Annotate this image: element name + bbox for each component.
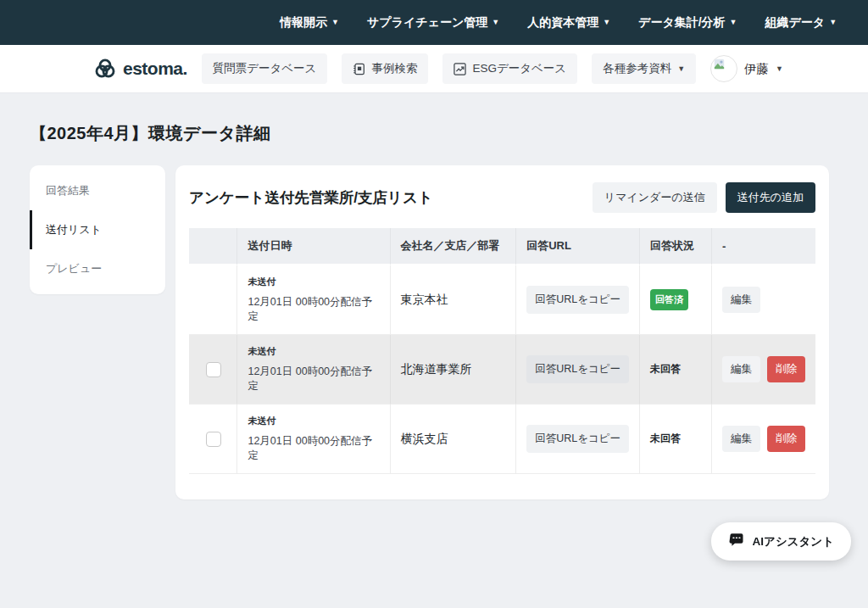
column-header: 送付日時 [237,228,390,265]
topnav-menu-item[interactable]: 人的資本管理 [527,15,610,31]
user-name: 伊藤 [744,61,769,77]
ai-assistant-label: AIアシスタント [753,534,834,549]
answered-badge: 回答済 [650,289,688,310]
panel-title: アンケート送付先営業所/支店リスト [189,187,593,208]
company-name: 横浜支店 [401,432,448,445]
delete-button[interactable]: 削除 [767,356,805,382]
send-datetime-cell: 未送付 12月01日 00時00分配信予定 [237,265,390,335]
unanswered-label: 未回答 [650,432,681,444]
row-actions-cell: 編集 削除 [712,404,815,474]
sidebar-tab-送付リスト[interactable]: 送付リスト [30,210,165,249]
topnav-menu-label: データ集計/分析 [638,15,726,31]
topnav-menu-item[interactable]: サプライチェーン管理 [367,15,499,31]
company-cell: 東京本社 [391,265,517,335]
edit-button[interactable]: 編集 [722,426,760,452]
top-navigation: 情報開示 サプライチェーン管理 人的資本管理 データ集計/分析 組織データ [0,0,868,45]
send-status-label: 未送付 [248,345,379,358]
copy-answer-url-button[interactable]: 回答URLをコピー [526,425,629,453]
company-cell: 横浜支店 [391,404,517,474]
sidebar-tab-プレビュー[interactable]: プレビュー [30,249,165,288]
unanswered-label: 未回答 [650,363,681,375]
chevron-down-icon [776,65,783,73]
copy-answer-url-button[interactable]: 回答URLをコピー [526,355,629,383]
header-nav-button[interactable]: 事例検索 [342,53,428,84]
page-body: 【2025年4月】環境データ詳細 回答結果送付リストプレビュー アンケート送付先… [0,93,868,499]
table-row: 未送付 12月01日 00時00分配信予定 北海道事業所 回答URLをコピー 未… [189,335,815,404]
topnav-menu-label: 組織データ [765,15,826,31]
send-schedule-label: 12月01日 00時00分配信予定 [248,295,379,324]
send-datetime-cell: 未送付 12月01日 00時00分配信予定 [237,404,390,474]
page-title: 【2025年4月】環境データ詳細 [30,122,868,145]
table-row: 未送付 12月01日 00時00分配信予定 東京本社 回答URLをコピー 回答済… [189,265,815,335]
answer-url-cell: 回答URLをコピー [516,335,640,404]
header-nav-button-label: 事例検索 [371,61,417,76]
column-header: 回答状況 [640,228,712,265]
panel-actions: リマインダーの送信 送付先の追加 [593,182,815,213]
sidebar-tabs: 回答結果送付リストプレビュー [30,165,165,294]
row-checkbox[interactable] [206,362,221,377]
table-header-row: 送付日時会社名／支店／部署回答URL回答状況- [189,228,815,265]
company-name: 東京本社 [401,293,448,306]
header-nav: 質問票データベース 事例検索 ESGデータベース 各種参考資料 伊藤 [202,53,783,84]
answer-status-cell: 未回答 [640,404,712,474]
content-area: 回答結果送付リストプレビュー アンケート送付先営業所/支店リスト リマインダーの… [0,165,868,499]
journal-icon [353,63,365,75]
column-header [189,228,237,265]
chevron-down-icon [829,19,837,26]
topnav-menu-item[interactable]: 情報開示 [280,15,339,31]
topnav-menu-item[interactable]: 組織データ [765,15,837,31]
chevron-down-icon [492,19,499,26]
send-schedule-label: 12月01日 00時00分配信予定 [248,365,379,393]
send-list-panel: アンケート送付先営業所/支店リスト リマインダーの送信 送付先の追加 送付日時会… [175,165,829,499]
sidebar-tab-回答結果[interactable]: 回答結果 [30,171,165,210]
logo-text: estoma. [123,59,187,79]
chat-icon [728,532,745,551]
answer-url-cell: 回答URLをコピー [516,404,640,474]
company-name: 北海道事業所 [401,362,472,376]
topnav-menu-label: 人的資本管理 [527,15,598,31]
send-reminder-button[interactable]: リマインダーの送信 [593,182,717,213]
header-nav-button-label: 各種参考資料 [603,61,671,76]
graph-up-icon [453,63,466,75]
send-status-label: 未送付 [248,415,379,427]
panel-header: アンケート送付先営業所/支店リスト リマインダーの送信 送付先の追加 [189,182,815,213]
chevron-down-icon [331,19,339,26]
estoma-knot-icon [93,57,117,81]
header-nav-button-label: ESGデータベース [472,61,566,76]
edit-button[interactable]: 編集 [722,287,760,313]
chevron-down-icon [677,65,685,73]
send-status-label: 未送付 [248,276,379,288]
add-destination-button[interactable]: 送付先の追加 [726,182,815,213]
delete-button[interactable]: 削除 [767,426,805,452]
company-cell: 北海道事業所 [391,335,517,404]
table-body: 未送付 12月01日 00時00分配信予定 東京本社 回答URLをコピー 回答済… [189,265,815,474]
header-nav-button[interactable]: ESGデータベース [442,53,577,84]
header-nav-button-label: 質問票データベース [213,61,317,76]
topnav-menu-label: 情報開示 [280,15,327,31]
header-nav-button[interactable]: 各種参考資料 [592,53,696,84]
chevron-down-icon [730,19,737,26]
column-header: - [712,228,815,265]
topnav-menu-item[interactable]: データ集計/分析 [638,15,737,31]
topnav-menu-label: サプライチェーン管理 [367,15,487,31]
checkbox-cell [189,265,237,335]
user-menu[interactable]: 伊藤 [710,55,783,82]
column-header: 回答URL [516,228,640,265]
answer-status-cell: 回答済 [640,265,712,335]
header-nav-button[interactable]: 質問票データベース [202,53,328,84]
chevron-down-icon [603,19,610,26]
copy-answer-url-button[interactable]: 回答URLをコピー [526,286,629,314]
answer-status-cell: 未回答 [640,335,712,404]
row-actions-cell: 編集 [712,265,815,335]
table-row: 未送付 12月01日 00時00分配信予定 横浜支店 回答URLをコピー 未回答… [189,404,815,474]
row-actions-cell: 編集 削除 [712,335,815,404]
row-checkbox[interactable] [206,432,221,447]
avatar [710,55,737,82]
estoma-logo[interactable]: estoma. [93,57,187,81]
edit-button[interactable]: 編集 [722,356,760,382]
destinations-table: 送付日時会社名／支店／部署回答URL回答状況- 未送付 12月01日 00時00… [189,228,815,474]
checkbox-cell [189,404,237,474]
ai-assistant-button[interactable]: AIアシスタント [711,522,851,561]
send-datetime-cell: 未送付 12月01日 00時00分配信予定 [237,335,390,404]
app-header: estoma. 質問票データベース 事例検索 ESGデータベース 各種参考資料 … [0,45,868,93]
